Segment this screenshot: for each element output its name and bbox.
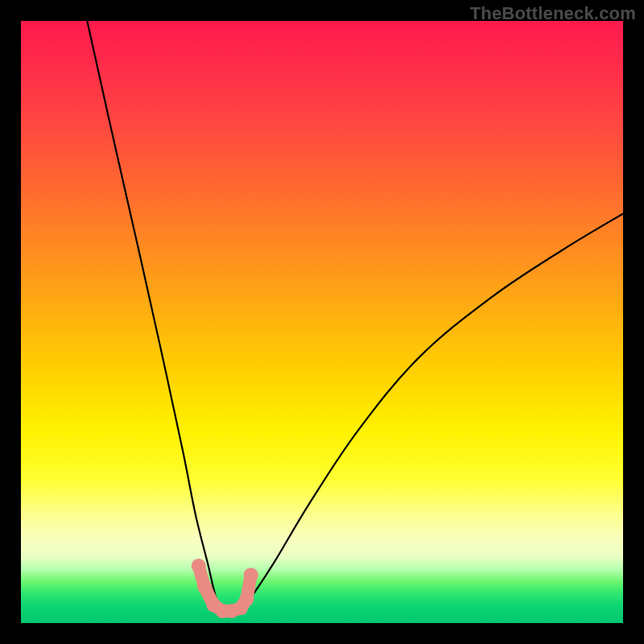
highlight-dot <box>197 580 212 594</box>
highlight-dot <box>240 592 254 606</box>
chart-svg <box>21 21 623 623</box>
plot-area <box>21 21 623 623</box>
bottleneck-curve <box>87 21 623 613</box>
highlight-dots <box>192 559 258 618</box>
highlight-dot <box>192 559 206 573</box>
watermark-text: TheBottleneck.com <box>470 3 636 24</box>
highlight-dot <box>244 568 258 582</box>
chart-frame: TheBottleneck.com <box>0 0 644 644</box>
